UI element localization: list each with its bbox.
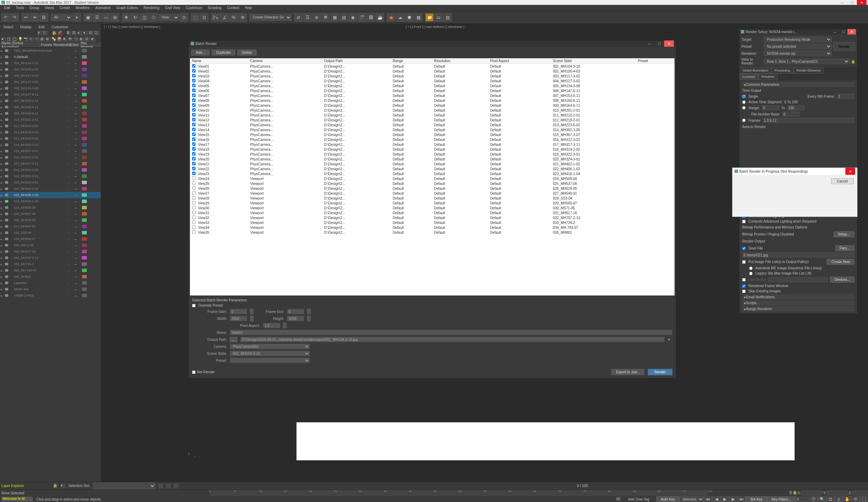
devices-button[interactable]: Devices...	[830, 277, 854, 283]
fnb-input[interactable]	[782, 112, 800, 117]
table-row[interactable]: View34ViewportD:\Design\2...DefaultDefau…	[190, 225, 675, 230]
lock-icon[interactable]: 🔒	[52, 31, 57, 36]
single-radio[interactable]	[742, 95, 746, 98]
layer-row[interactable]: ▸005_MH134-3-08––	[0, 85, 101, 91]
open-autodesk-icon[interactable]: ⬢	[405, 13, 413, 22]
bind-icon[interactable]: ⛓	[40, 13, 48, 22]
row-checkbox[interactable]	[192, 167, 196, 170]
name-input[interactable]	[230, 330, 672, 335]
menu-civil view[interactable]: Civil View	[162, 6, 183, 10]
nav-fov-icon[interactable]: ∠	[835, 495, 843, 502]
table-row[interactable]: View18PhysCamera...D:\Design\2...Default…	[190, 147, 675, 152]
add-time-tag[interactable]: Add Time Tag	[621, 497, 656, 501]
nav-zoomall-icon[interactable]: ⊡	[826, 495, 835, 502]
hierarchy-icon[interactable]: ≣	[67, 31, 71, 36]
rs-render-button[interactable]: Render	[833, 42, 855, 51]
tab-renderer[interactable]: Renderer	[759, 74, 778, 80]
menu-scripting[interactable]: Scripting	[205, 6, 224, 10]
row-checkbox[interactable]	[192, 157, 196, 160]
table-row[interactable]: View26ViewportD:\Design\2...DefaultDefau…	[190, 186, 675, 191]
window-crossing-icon[interactable]: ⊞	[111, 13, 119, 22]
layer-row[interactable]: ▸Layer001––	[0, 280, 101, 286]
select-none-icon[interactable]: ☐	[94, 31, 99, 36]
layer-row[interactable]: ▸016_MH312-3-01––	[0, 154, 101, 160]
asset-icon[interactable]: 📁	[425, 13, 434, 22]
timeline[interactable]: None Selected 05101520253035404550556065…	[0, 490, 868, 496]
clear-output-icon[interactable]: ✕	[668, 338, 672, 342]
table-row[interactable]: View13PhysCamera...D:\Design\2...Default…	[190, 122, 675, 127]
row-checkbox[interactable]	[192, 152, 196, 156]
row-checkbox[interactable]	[192, 225, 196, 229]
group-icon[interactable]: ⊞	[40, 37, 45, 42]
create-now-button[interactable]: Create Now	[827, 259, 854, 265]
row-checkbox[interactable]	[192, 201, 196, 204]
minimize-button[interactable]: —	[837, 0, 847, 5]
row-checkbox[interactable]	[192, 147, 196, 151]
current-frame-input[interactable]	[795, 497, 809, 502]
layer-row[interactable]: ▸011_MH210-2-01––	[0, 123, 101, 129]
vp-label-top-left[interactable]: [ + ] [ Top ] [ User Defined ] [ Wirefra…	[102, 24, 161, 29]
z-input[interactable]	[852, 490, 868, 495]
layer-row[interactable]: ▸029_MH565-07––	[0, 236, 101, 242]
goto-start-icon[interactable]: ⏮	[704, 495, 712, 502]
layer-row[interactable]: ▸013_MH223-5-02––	[0, 135, 101, 142]
menu-rendering[interactable]: Rendering	[141, 6, 162, 10]
row-checkbox[interactable]	[192, 191, 196, 195]
table-row[interactable]: View15PhysCamera...D:\Design\2...Default…	[190, 132, 675, 137]
batch-minimize-button[interactable]: —	[645, 40, 654, 47]
placement-icon[interactable]: ⬡	[149, 13, 158, 22]
layer-row[interactable]: ▸006_MH147-6-11––	[0, 91, 101, 98]
lock-status-icon[interactable]: 🔒	[53, 484, 58, 488]
layer-row[interactable]: ▸009_MH164-6-11––	[0, 110, 101, 117]
row-checkbox[interactable]	[192, 162, 196, 165]
percent-snap-icon[interactable]: %	[229, 13, 238, 22]
tab-render-elements[interactable]: Render Elements	[793, 67, 824, 74]
render-frame-icon[interactable]: 🖼	[367, 13, 375, 22]
target-select[interactable]: Production Rendering Mode	[764, 37, 832, 42]
container-icon[interactable]: 📦	[57, 37, 62, 42]
select-name-icon[interactable]: ☰	[93, 13, 101, 22]
spinner-icon[interactable]	[307, 309, 311, 314]
row-checkbox[interactable]	[192, 186, 196, 190]
spinner-icon[interactable]	[307, 316, 311, 321]
menu-views[interactable]: Views	[42, 6, 57, 10]
col-header[interactable]: Output Path	[322, 58, 391, 64]
table-row[interactable]: View09PhysCamera...D:\Design\2...Default…	[190, 103, 675, 108]
left-menu-edit[interactable]: Edit	[37, 25, 47, 29]
render-setup-icon[interactable]: 🎬	[358, 13, 366, 22]
select-icon[interactable]: ▣	[84, 13, 92, 22]
row-checkbox[interactable]	[192, 98, 196, 102]
delete-button[interactable]: Delete	[237, 50, 257, 55]
curve-editor-icon[interactable]: 〓	[321, 13, 330, 22]
tab-gi[interactable]: Global Illumination	[739, 67, 771, 74]
table-row[interactable]: View21PhysCamera...D:\Design\2...Default…	[190, 162, 675, 166]
layer-row[interactable]: ▸024_MH509-08––	[0, 204, 101, 211]
device-input[interactable]	[768, 277, 828, 282]
pd-close-button[interactable]: ✕	[845, 168, 855, 175]
menu-group[interactable]: Group	[27, 6, 42, 10]
table-row[interactable]: View30ViewportD:\Design\2...DefaultDefau…	[190, 205, 675, 210]
ss-icon2[interactable]	[166, 484, 171, 488]
table-row[interactable]: View08PhysCamera...D:\Design\2...Default…	[190, 98, 675, 103]
layer-row[interactable]: ▸020_MH324-3-01––	[0, 179, 101, 186]
frames-radio[interactable]	[742, 119, 746, 122]
maximize-button[interactable]: ☐	[847, 0, 857, 5]
ifl-radio[interactable]	[749, 272, 753, 275]
duplicate-button[interactable]: Duplicate	[212, 50, 235, 55]
range-radio[interactable]	[742, 106, 746, 110]
render-production-icon[interactable]: ☕	[376, 13, 384, 22]
override-preset-checkbox[interactable]	[192, 304, 196, 307]
layer-row[interactable]: ▸015_MH307-3-07––	[0, 148, 101, 154]
tab-common[interactable]: Common	[739, 74, 759, 80]
row-checkbox[interactable]	[192, 128, 196, 131]
table-row[interactable]: View01PhysCamera...D:\Design\2...Default…	[190, 64, 675, 69]
add-button[interactable]: Add...	[191, 50, 210, 55]
batch-close-button[interactable]: ✕	[664, 40, 674, 47]
row-checkbox[interactable]	[192, 133, 196, 136]
rs-close-button[interactable]: ✕	[847, 29, 856, 35]
table-row[interactable]: View05PhysCamera...D:\Design\2...Default…	[190, 83, 675, 88]
pixel-aspect-input[interactable]	[263, 323, 280, 328]
layer-row[interactable]: ▸010_MH201-2-01––	[0, 117, 101, 123]
row-checkbox[interactable]	[192, 64, 196, 68]
table-row[interactable]: View16PhysCamera...D:\Design\2...Default…	[190, 137, 675, 142]
